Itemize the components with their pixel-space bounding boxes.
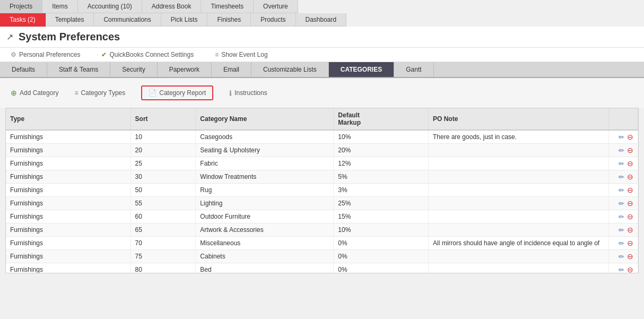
cat-nav-categories[interactable]: CATEGORIES [329,62,394,77]
cat-nav-staff-teams[interactable]: Staff & Teams [47,62,110,77]
nav-tab-timesheets[interactable]: Timesheets [201,0,254,13]
cell-actions: ✏ ⊖ [609,170,638,184]
nav-tab-products[interactable]: Products [251,13,295,27]
table-row: Furnishings 70 Miscellaneous 0% All mirr… [6,237,638,250]
nav-tab-projects[interactable]: Projects [0,0,42,13]
cell-category-name: Window Treatments [196,170,334,184]
cell-markup: 0% [334,263,429,273]
cat-nav-email[interactable]: Email [212,62,251,77]
cell-sort: 30 [130,170,196,184]
nav-tab-accounting[interactable]: Accounting (10) [78,0,142,13]
show-event-log-label: Show Event Log [221,51,267,58]
cell-po-note [429,197,609,210]
delete-row-btn[interactable]: ⊖ [627,146,633,154]
personal-preferences-btn[interactable]: ⚙ Personal Preferences [11,51,80,58]
table-scroll[interactable]: Type Sort Category Name DefaultMarkup PO… [6,108,638,273]
edit-row-btn[interactable]: ✏ [619,239,624,247]
nav-tab-templates[interactable]: Templates [46,13,94,27]
delete-row-btn[interactable]: ⊖ [627,133,633,141]
cell-actions: ✏ ⊖ [609,223,638,237]
category-types-label: Category Types [81,89,125,97]
nav-tab-overture[interactable]: Overture [254,0,298,13]
edit-row-btn[interactable]: ✏ [619,200,624,208]
cell-po-note: There are goods, just in case. [429,130,609,144]
quickbooks-connect-btn[interactable]: ✔ QuickBooks Connect Settings [101,51,194,58]
cell-type: Furnishings [6,223,130,237]
delete-row-btn[interactable]: ⊖ [627,173,633,181]
nav-tab-communications[interactable]: Communications [94,13,161,27]
external-link-icon[interactable]: ↗ [6,32,13,42]
categories-table: Type Sort Category Name DefaultMarkup PO… [6,108,638,273]
cat-nav-security[interactable]: Security [110,62,157,77]
cell-category-name: Outdoor Furniture [196,210,334,223]
col-type: Type [6,108,130,130]
edit-row-btn[interactable]: ✏ [619,186,624,194]
category-report-label: Category Report [159,89,206,97]
table-row: Furnishings 75 Cabinets 0% ✏ ⊖ [6,250,638,263]
cell-po-note [429,170,609,184]
cell-po-note [429,223,609,237]
instructions-btn[interactable]: ℹ Instructions [229,89,267,97]
table-row: Furnishings 30 Window Treatments 5% ✏ ⊖ [6,170,638,184]
nav-tab-tasks[interactable]: Tasks (2) [0,13,46,27]
cell-markup: 12% [334,157,429,170]
delete-row-btn[interactable]: ⊖ [627,186,633,194]
delete-row-btn[interactable]: ⊖ [627,226,633,234]
cat-nav-gantt[interactable]: Gantt [394,62,433,77]
add-category-label: Add Category [20,89,58,97]
cell-category-name: Bed [196,263,334,273]
delete-row-btn[interactable]: ⊖ [627,212,633,221]
cell-sort: 65 [130,223,196,237]
edit-row-btn[interactable]: ✏ [619,173,624,181]
cell-po-note: All mirrors should have angle of inciden… [429,237,609,250]
cell-type: Furnishings [6,170,130,184]
nav-tab-pick-lists[interactable]: Pick Lists [161,13,208,27]
cell-po-note [429,157,609,170]
edit-row-btn[interactable]: ✏ [619,253,624,261]
show-event-log-btn[interactable]: ≡ Show Event Log [215,51,267,58]
add-category-btn[interactable]: ⊕ Add Category [11,89,58,97]
edit-row-btn[interactable]: ✏ [619,133,624,141]
cell-type: Furnishings [6,197,130,210]
cell-type: Furnishings [6,250,130,263]
edit-row-btn[interactable]: ✏ [619,160,624,168]
table-row: Furnishings 80 Bed 0% ✏ ⊖ [6,263,638,273]
cell-sort: 60 [130,210,196,223]
cell-markup: 5% [334,170,429,184]
edit-row-btn[interactable]: ✏ [619,146,624,154]
cell-sort: 55 [130,197,196,210]
cat-nav-defaults[interactable]: Defaults [0,62,47,77]
nav-tab-items[interactable]: Items [42,0,77,13]
cell-sort: 20 [130,144,196,157]
cell-sort: 25 [130,157,196,170]
edit-row-btn[interactable]: ✏ [619,226,624,234]
category-report-btn[interactable]: 📄 Category Report [141,85,213,100]
cat-nav-paperwork[interactable]: Paperwork [158,62,212,77]
cell-actions: ✏ ⊖ [609,250,638,263]
nav-tab-address-book[interactable]: Address Book [142,0,202,13]
delete-row-btn[interactable]: ⊖ [627,199,633,208]
table-row: Furnishings 20 Seating & Upholstery 20% … [6,144,638,157]
nav-tab-finishes[interactable]: Finishes [207,13,251,27]
cell-type: Furnishings [6,237,130,250]
edit-row-btn[interactable]: ✏ [619,266,624,273]
edit-row-btn[interactable]: ✏ [619,213,624,221]
delete-row-btn[interactable]: ⊖ [627,252,633,261]
cell-category-name: Cabinets [196,250,334,263]
category-types-btn[interactable]: ≡ Category Types [74,89,125,97]
cell-category-name: Seating & Upholstery [196,144,334,157]
cat-nav-customizable-lists[interactable]: Customizable Lists [251,62,329,77]
nav-row-2: Tasks (2) Templates Communications Pick … [0,13,644,27]
delete-row-btn[interactable]: ⊖ [627,239,633,247]
plus-icon: ⊕ [11,89,17,97]
cell-type: Furnishings [6,144,130,157]
delete-row-btn[interactable]: ⊖ [627,265,633,273]
delete-row-btn[interactable]: ⊖ [627,159,633,168]
cell-po-note [429,144,609,157]
cell-markup: 10% [334,223,429,237]
instructions-label: Instructions [234,89,267,97]
col-default-markup: DefaultMarkup [334,108,429,130]
nav-tab-dashboard[interactable]: Dashboard [296,13,347,27]
cell-category-name: Lighting [196,197,334,210]
table-row: Furnishings 10 Casegoods 10% There are g… [6,130,638,144]
